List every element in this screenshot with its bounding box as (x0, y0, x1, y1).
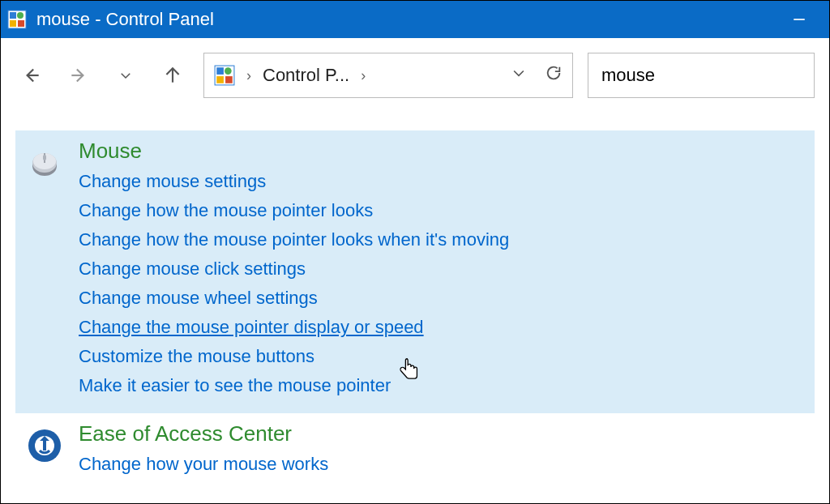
window-title: mouse - Control Panel (36, 9, 776, 30)
search-results: Mouse Change mouse settings Change how t… (1, 113, 829, 492)
result-link[interactable]: Change how your mouse works (79, 450, 328, 479)
svg-rect-10 (216, 67, 224, 75)
svg-rect-13 (225, 76, 233, 83)
ease-of-access-icon (25, 426, 64, 465)
chevron-right-icon[interactable]: › (357, 67, 369, 84)
recent-locations-button[interactable] (109, 59, 142, 92)
search-box[interactable] (588, 53, 815, 98)
result-heading[interactable]: Ease of Access Center (79, 421, 805, 446)
breadcrumb[interactable]: Control P... (263, 65, 349, 86)
back-button[interactable] (15, 59, 48, 92)
result-link[interactable]: Change mouse settings (79, 167, 266, 196)
svg-point-2 (17, 12, 24, 19)
svg-rect-1 (10, 12, 16, 19)
minimize-button[interactable] (776, 1, 823, 38)
result-link[interactable]: Change mouse click settings (79, 254, 306, 284)
result-link[interactable]: Change how the mouse pointer looks (79, 196, 373, 225)
refresh-button[interactable] (545, 64, 563, 87)
chevron-right-icon[interactable]: › (243, 67, 255, 84)
svg-rect-4 (18, 20, 24, 27)
up-button[interactable] (156, 59, 189, 92)
result-link[interactable]: Change the mouse pointer display or spee… (79, 313, 424, 342)
svg-rect-3 (10, 20, 16, 27)
svg-rect-18 (43, 155, 46, 160)
app-icon (7, 10, 27, 29)
result-mouse: Mouse Change mouse settings Change how t… (15, 130, 815, 413)
address-bar[interactable]: › Control P... › (203, 53, 573, 98)
search-input[interactable] (601, 65, 801, 86)
address-dropdown-button[interactable] (511, 65, 527, 86)
forward-button[interactable] (62, 59, 95, 92)
result-link[interactable]: Change mouse wheel settings (79, 284, 318, 313)
mouse-icon (25, 143, 64, 182)
result-link[interactable]: Make it easier to see the mouse pointer (79, 371, 391, 400)
svg-rect-12 (216, 76, 224, 83)
result-ease-of-access: Ease of Access Center Change how your mo… (15, 413, 815, 492)
svg-point-11 (225, 67, 232, 75)
titlebar: mouse - Control Panel (1, 1, 829, 38)
control-panel-icon (214, 65, 235, 86)
result-link[interactable]: Change how the mouse pointer looks when … (79, 225, 509, 254)
result-link[interactable]: Customize the mouse buttons (79, 342, 314, 371)
result-heading[interactable]: Mouse (79, 139, 805, 164)
navigation-bar: › Control P... › (1, 38, 829, 113)
